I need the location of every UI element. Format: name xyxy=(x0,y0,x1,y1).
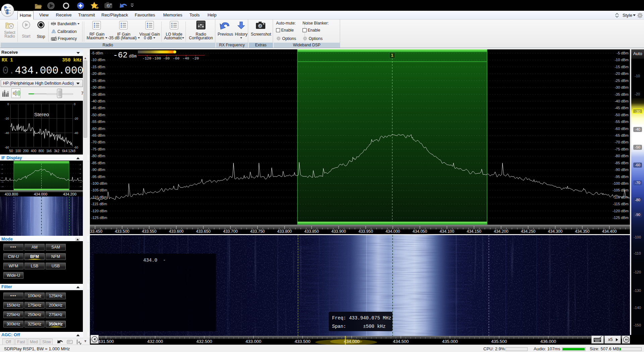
svg-text:-35 dBm: -35 dBm xyxy=(614,92,629,96)
svg-text:-60: -60 xyxy=(5,146,9,149)
svg-text:100: 100 xyxy=(15,149,21,153)
svg-text:434.200: 434.200 xyxy=(494,229,508,234)
svg-text:-95 dBm: -95 dBm xyxy=(91,175,105,179)
svg-text:-40: -40 xyxy=(182,56,189,60)
svg-text:0: 0 xyxy=(74,102,75,106)
svg-text:434.0 -: 434.0 - xyxy=(143,258,166,263)
svg-text:435.500: 435.500 xyxy=(491,339,507,344)
svg-text:-115 dBm: -115 dBm xyxy=(613,202,629,206)
svg-text:433.900: 433.900 xyxy=(331,229,346,234)
svg-text:-40: -40 xyxy=(1,168,3,170)
svg-text:433.950: 433.950 xyxy=(359,229,373,234)
svg-text:-120 dBm: -120 dBm xyxy=(91,209,107,213)
svg-text:50: 50 xyxy=(9,149,13,153)
svg-text:-70 dBm: -70 dBm xyxy=(614,140,629,144)
svg-text:-70 dBm: -70 dBm xyxy=(91,140,105,144)
svg-text:Style: Style xyxy=(623,13,632,18)
svg-text:-20 dBm: -20 dBm xyxy=(91,72,105,76)
svg-text:432.500: 432.500 xyxy=(197,339,212,344)
svg-text:-20: -20 xyxy=(192,56,199,60)
svg-text:434.500: 434.500 xyxy=(393,339,409,344)
svg-text:Freq: 433.940.075 MHz: Freq: 433.940.075 MHz xyxy=(332,315,391,321)
svg-text:-40: -40 xyxy=(5,131,9,135)
svg-text:-15 dBm: -15 dBm xyxy=(614,65,629,69)
svg-text:-100: -100 xyxy=(79,181,82,183)
svg-text:-60 dBm: -60 dBm xyxy=(614,127,629,131)
svg-text:-100: -100 xyxy=(1,181,4,183)
svg-text:12k8: 12k8 xyxy=(68,149,75,153)
svg-text:-80 dBm: -80 dBm xyxy=(91,154,105,158)
svg-text:433.000: 433.000 xyxy=(246,339,261,344)
svg-text:Stereo: Stereo xyxy=(34,112,49,117)
svg-text:-45 dBm: -45 dBm xyxy=(91,106,105,110)
svg-text:-5 dBm: -5 dBm xyxy=(617,51,629,55)
svg-text:434.050: 434.050 xyxy=(413,229,427,234)
svg-text:-110 dBm: -110 dBm xyxy=(613,195,629,199)
svg-text:-95 dBm: -95 dBm xyxy=(614,175,629,179)
svg-text:-120: -120 xyxy=(143,56,151,60)
svg-text:-105 dBm: -105 dBm xyxy=(612,188,629,192)
svg-text:-10 dBm: -10 dBm xyxy=(91,58,105,62)
svg-text:433.700: 433.700 xyxy=(223,229,238,234)
svg-text:-100 dBm: -100 dBm xyxy=(91,181,107,185)
svg-text:6k4: 6k4 xyxy=(62,149,68,153)
svg-text:436.000: 436.000 xyxy=(540,339,556,344)
svg-text:400: 400 xyxy=(31,149,37,153)
svg-text:434.250: 434.250 xyxy=(521,229,536,234)
svg-text:433.550: 433.550 xyxy=(142,229,157,234)
svg-text:-80: -80 xyxy=(163,56,170,60)
svg-text:-60 dBm: -60 dBm xyxy=(91,127,105,131)
svg-text:434.100: 434.100 xyxy=(440,229,454,234)
svg-text:-125 dBm: -125 dBm xyxy=(91,216,107,220)
svg-text:-62: -62 xyxy=(113,51,127,60)
svg-text:434.350: 434.350 xyxy=(575,229,590,234)
svg-text:432.000: 432.000 xyxy=(147,339,163,344)
svg-text:1: 1 xyxy=(391,53,393,58)
svg-text:-20: -20 xyxy=(74,117,78,120)
svg-text:435.000: 435.000 xyxy=(442,339,458,344)
svg-text:-75 dBm: -75 dBm xyxy=(614,147,629,151)
svg-text:200: 200 xyxy=(23,149,29,153)
svg-text:-10 dBm: -10 dBm xyxy=(614,58,629,62)
svg-text:433.850: 433.850 xyxy=(304,229,319,234)
svg-text:-40 dBm: -40 dBm xyxy=(91,99,105,103)
svg-text:433.750: 433.750 xyxy=(250,229,265,234)
svg-text:0: 0 xyxy=(7,102,9,106)
svg-text:-80: -80 xyxy=(79,177,82,179)
svg-text:800: 800 xyxy=(39,149,44,153)
svg-text:-60: -60 xyxy=(173,56,179,60)
svg-text:433.500: 433.500 xyxy=(295,339,311,344)
svg-text:-60: -60 xyxy=(79,173,82,174)
svg-text:-20: -20 xyxy=(1,164,3,166)
svg-text:434.300: 434.300 xyxy=(548,229,563,234)
svg-text:434.150: 434.150 xyxy=(467,229,482,234)
svg-text:-20 dBm: -20 dBm xyxy=(614,72,629,76)
svg-text:-40 dBm: -40 dBm xyxy=(614,99,629,103)
svg-text:-105 dBm: -105 dBm xyxy=(91,188,107,192)
svg-text:-115 dBm: -115 dBm xyxy=(91,202,107,206)
svg-text:-60: -60 xyxy=(1,173,3,174)
svg-text:1k6: 1k6 xyxy=(46,149,52,153)
svg-text:-55 dBm: -55 dBm xyxy=(614,120,629,124)
svg-text:-35 dBm: -35 dBm xyxy=(91,92,105,96)
svg-text:433.450: 433.450 xyxy=(90,229,102,234)
svg-text:-50 dBm: -50 dBm xyxy=(614,113,629,117)
svg-text:-75 dBm: -75 dBm xyxy=(91,147,105,151)
svg-text:433.650: 433.650 xyxy=(196,229,211,234)
svg-text:-30 dBm: -30 dBm xyxy=(614,85,629,89)
svg-text:-5 dBm: -5 dBm xyxy=(91,51,103,55)
svg-text:-15 dBm: -15 dBm xyxy=(91,65,105,69)
svg-text:-120 dBm: -120 dBm xyxy=(612,209,629,213)
svg-text:-50 dBm: -50 dBm xyxy=(91,113,105,117)
svg-text:-100 dBm: -100 dBm xyxy=(612,181,629,185)
svg-text:-120: -120 xyxy=(79,186,82,187)
svg-text:-60: -60 xyxy=(74,146,78,149)
svg-text:-20: -20 xyxy=(79,164,82,166)
svg-text:-100: -100 xyxy=(152,56,161,60)
svg-text:431.500: 431.500 xyxy=(98,339,114,344)
svg-text:-45 dBm: -45 dBm xyxy=(614,106,629,110)
svg-text:434.000: 434.000 xyxy=(385,229,400,234)
svg-text:-125 dBm: -125 dBm xyxy=(612,216,629,220)
svg-text:433.800: 433.800 xyxy=(277,229,292,234)
svg-text:-40: -40 xyxy=(79,168,82,170)
